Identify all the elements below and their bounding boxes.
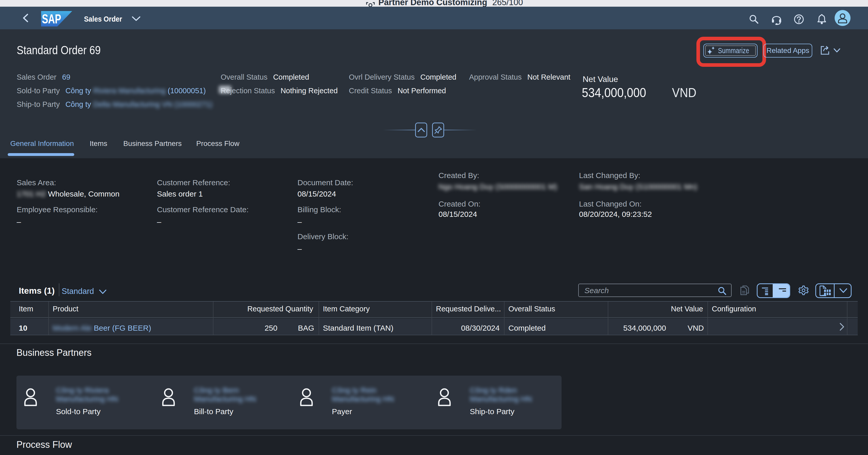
svg-text:SAP: SAP bbox=[42, 11, 61, 26]
